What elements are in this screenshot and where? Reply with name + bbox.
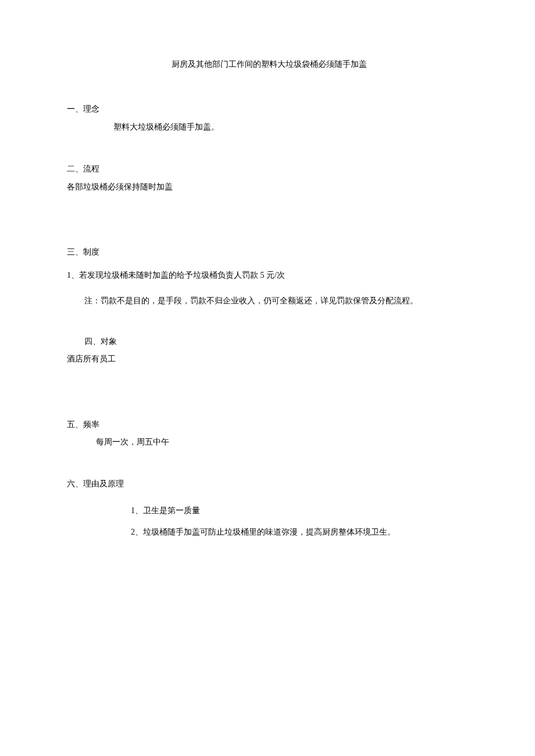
section-4: 四、对象 酒店所有员工 xyxy=(67,335,471,366)
section-3-note: 注：罚款不是目的，是手段，罚款不归企业收入，仍可全额返还，详见罚款保管及分配流程… xyxy=(67,293,471,309)
section-5-heading: 五、频率 xyxy=(67,418,471,431)
section-6-heading: 六、理由及原理 xyxy=(67,478,471,490)
document-title: 厨房及其他部门工作间的塑料大垃圾袋桶必须随手加盖 xyxy=(67,58,471,71)
section-5: 五、频率 每周一次，周五中午 xyxy=(67,418,471,449)
section-1-heading: 一、理念 xyxy=(67,103,471,116)
section-4-heading: 四、对象 xyxy=(67,335,471,348)
section-2: 二、流程 各部垃圾桶必须保持随时加盖 xyxy=(67,163,471,194)
section-4-content: 酒店所有员工 xyxy=(67,353,471,366)
section-6: 六、理由及原理 1、卫生是第一质量 2、垃圾桶随手加盖可防止垃圾桶里的味道弥漫，… xyxy=(67,478,471,539)
section-3-item-1: 1、若发现垃圾桶未随时加盖的给予垃圾桶负责人罚款 5 元/次 xyxy=(67,269,471,282)
section-5-content: 每周一次，周五中午 xyxy=(67,436,471,449)
section-6-item-2: 2、垃圾桶随手加盖可防止垃圾桶里的味道弥漫，提高厨房整体环境卫生。 xyxy=(67,526,471,539)
section-6-item-1: 1、卫生是第一质量 xyxy=(67,504,471,517)
section-1-content: 塑料大垃圾桶必须随手加盖。 xyxy=(67,121,471,134)
section-1: 一、理念 塑料大垃圾桶必须随手加盖。 xyxy=(67,103,471,134)
section-3: 三、制度 1、若发现垃圾桶未随时加盖的给予垃圾桶负责人罚款 5 元/次 注：罚款… xyxy=(67,246,471,309)
section-3-heading: 三、制度 xyxy=(67,246,471,259)
section-2-heading: 二、流程 xyxy=(67,163,471,175)
section-2-content: 各部垃圾桶必须保持随时加盖 xyxy=(67,181,471,194)
